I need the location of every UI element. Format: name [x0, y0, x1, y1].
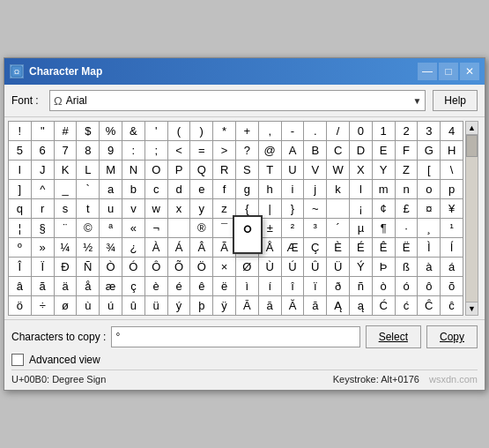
font-dropdown[interactable]: Ω Arial ▼ [49, 90, 426, 111]
char-cell[interactable]: Å [259, 238, 282, 258]
char-cell[interactable]: ; [145, 141, 168, 161]
char-cell[interactable]: t [77, 199, 100, 219]
char-cell[interactable]: v [122, 199, 145, 219]
char-cell[interactable]: Ü [327, 258, 350, 277]
char-cell[interactable]: ¶ [373, 219, 396, 238]
char-cell[interactable]: ) [190, 122, 213, 141]
char-cell[interactable]: M [100, 161, 122, 180]
char-cell[interactable]: û [122, 296, 145, 316]
maximize-button[interactable]: □ [439, 63, 458, 80]
char-cell[interactable]: ÿ [213, 296, 236, 316]
char-cell[interactable]: e [190, 180, 213, 199]
char-cell[interactable]: ¼ [55, 238, 78, 258]
char-cell[interactable]: ā [259, 296, 282, 316]
char-cell[interactable]: o [418, 180, 441, 199]
char-cell[interactable]: ½ [77, 238, 100, 258]
char-cell[interactable]: ! [9, 122, 32, 141]
char-cell[interactable]: ö [9, 296, 32, 316]
char-cell[interactable]: B [304, 141, 327, 161]
char-cell[interactable]: } [282, 199, 305, 219]
char-cell[interactable]: < [168, 141, 191, 161]
scrollbar-down-button[interactable]: ▼ [465, 302, 478, 316]
char-cell[interactable]: Þ [373, 258, 396, 277]
char-cell[interactable]: é [168, 277, 191, 296]
char-cell[interactable]: m [373, 180, 396, 199]
char-cell[interactable]: P [168, 161, 191, 180]
char-cell[interactable]: b [122, 180, 145, 199]
char-cell[interactable]: ^ [32, 180, 55, 199]
char-cell[interactable]: Ì [418, 238, 441, 258]
char-cell[interactable]: Â [190, 238, 213, 258]
char-cell[interactable]: X [350, 161, 373, 180]
char-cell[interactable]: . [304, 122, 327, 141]
char-cell[interactable]: ü [145, 296, 168, 316]
char-cell[interactable]: ô [418, 277, 441, 296]
char-cell[interactable]: 7 [55, 141, 78, 161]
char-cell[interactable]: Ó [122, 258, 145, 277]
char-cell[interactable]: è [145, 277, 168, 296]
char-cell[interactable]: G [418, 141, 441, 161]
char-cell[interactable]: g [236, 180, 259, 199]
char-cell[interactable]: ý [168, 296, 191, 316]
char-cell[interactable]: ¸ [418, 219, 441, 238]
char-cell[interactable]: j [304, 180, 327, 199]
char-cell[interactable]: Ú [282, 258, 305, 277]
char-cell[interactable]: p [441, 180, 463, 199]
char-cell[interactable]: O [145, 161, 168, 180]
char-cell[interactable]: ( [168, 122, 191, 141]
char-cell[interactable]: Ð [55, 258, 78, 277]
char-cell[interactable]: á [441, 258, 463, 277]
scrollbar-thumb[interactable] [466, 135, 478, 157]
char-cell[interactable]: ¯ [213, 219, 236, 238]
char-cell[interactable]: ² [282, 219, 305, 238]
char-cell[interactable]: Ï [32, 258, 55, 277]
char-cell[interactable]: Ă [282, 296, 305, 316]
char-cell[interactable]: ¾ [100, 238, 122, 258]
char-cell[interactable]: ° [236, 219, 259, 238]
char-cell[interactable]: ß [396, 258, 419, 277]
char-cell[interactable]: i [282, 180, 305, 199]
char-cell[interactable]: K [55, 161, 78, 180]
char-cell[interactable]: J [32, 161, 55, 180]
char-cell[interactable]: A [282, 141, 305, 161]
char-cell[interactable]: É [350, 238, 373, 258]
char-cell[interactable]: 3 [418, 122, 441, 141]
char-cell[interactable]: È [327, 238, 350, 258]
char-cell[interactable]: # [55, 122, 78, 141]
char-cell[interactable]: ? [236, 141, 259, 161]
scrollbar-up-button[interactable]: ▲ [465, 121, 478, 135]
char-cell[interactable]: ï [304, 277, 327, 296]
char-cell[interactable]: Ø [236, 258, 259, 277]
char-cell[interactable]: Q [190, 161, 213, 180]
char-cell[interactable]: H [441, 141, 463, 161]
char-cell[interactable]: T [259, 161, 282, 180]
char-cell[interactable]: 2 [396, 122, 419, 141]
char-cell[interactable]: ÷ [32, 296, 55, 316]
char-cell[interactable]: Í [441, 238, 463, 258]
char-cell[interactable]: å [77, 277, 100, 296]
char-cell[interactable]: Z [396, 161, 419, 180]
char-cell[interactable]: ò [373, 277, 396, 296]
char-cell[interactable]: u [100, 199, 122, 219]
char-cell[interactable]: V [304, 161, 327, 180]
char-cell[interactable]: 4 [441, 122, 463, 141]
char-cell[interactable]: ê [190, 277, 213, 296]
char-cell[interactable]: µ [350, 219, 373, 238]
char-cell[interactable]: k [327, 180, 350, 199]
char-cell[interactable]: Á [168, 238, 191, 258]
select-button[interactable]: Select [366, 325, 421, 348]
char-cell[interactable]: * [213, 122, 236, 141]
char-cell[interactable]: Ä [236, 238, 259, 258]
char-cell[interactable]: ¬ [145, 219, 168, 238]
char-cell[interactable]: ã [32, 277, 55, 296]
close-button[interactable]: ✕ [460, 63, 479, 80]
char-cell[interactable]: õ [441, 277, 463, 296]
char-cell[interactable]: @ [259, 141, 282, 161]
char-cell[interactable]: 0 [350, 122, 373, 141]
char-cell[interactable]: : [122, 141, 145, 161]
char-cell[interactable]: Ö [190, 258, 213, 277]
char-cell[interactable]: þ [190, 296, 213, 316]
char-cell[interactable]: S [236, 161, 259, 180]
char-cell[interactable]: ð [327, 277, 350, 296]
char-cell[interactable]: ą [350, 296, 373, 316]
